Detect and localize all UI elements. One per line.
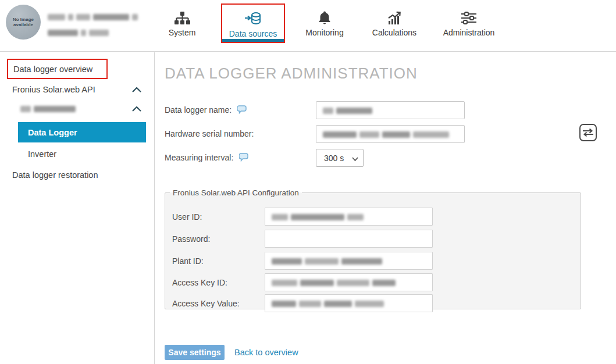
sidebar-item-data-logger[interactable]: Data Logger bbox=[18, 122, 146, 142]
plant-id-label: Plant ID: bbox=[172, 256, 204, 266]
sidebar-item-data-logger-overview[interactable]: Data logger overview bbox=[13, 65, 92, 74]
access-key-id-label: Access Key ID: bbox=[172, 278, 227, 287]
sidebar-item-solarweb-api[interactable]: Fronius Solar.web API bbox=[12, 84, 141, 95]
tooltip-bubble-icon[interactable] bbox=[239, 153, 248, 163]
tab-calculations[interactable]: Calculations bbox=[364, 3, 425, 43]
access-key-id-input[interactable] bbox=[265, 273, 433, 291]
plant-id-input[interactable] bbox=[265, 252, 433, 270]
tab-data-sources[interactable]: Data sources bbox=[221, 3, 285, 43]
tab-label-system: System bbox=[169, 28, 196, 37]
data-logger-name-input[interactable] bbox=[316, 101, 465, 119]
tab-administration[interactable]: Administration bbox=[436, 3, 501, 43]
sidebar-item-device-redacted[interactable] bbox=[20, 104, 141, 114]
api-config-fieldset: Fronius Solar.web API Configuration User… bbox=[165, 188, 581, 309]
redacted-value bbox=[323, 105, 375, 116]
back-to-overview-link[interactable]: Back to overview bbox=[234, 348, 298, 357]
tooltip-bubble-icon[interactable] bbox=[237, 105, 247, 116]
redacted-value bbox=[272, 212, 366, 222]
redacted-value bbox=[272, 277, 398, 288]
password-input[interactable] bbox=[265, 230, 433, 248]
tab-label-administration: Administration bbox=[443, 28, 495, 37]
sitemap-icon bbox=[174, 9, 190, 27]
data-logger-name-label: Data logger name: bbox=[165, 105, 247, 116]
bell-icon bbox=[318, 9, 332, 27]
measuring-interval-value: 300 s bbox=[324, 154, 344, 163]
access-key-value-input[interactable] bbox=[265, 294, 433, 312]
hardware-serial-input[interactable] bbox=[316, 125, 465, 143]
sidebar-item-data-logger-restoration[interactable]: Data logger restoration bbox=[12, 170, 98, 180]
api-config-legend: Fronius Solar.web API Configuration bbox=[170, 188, 302, 197]
user-id-input[interactable] bbox=[265, 208, 433, 226]
account-name-redacted bbox=[48, 12, 141, 43]
tab-label-data-sources: Data sources bbox=[229, 29, 277, 38]
redacted-device-name bbox=[20, 104, 79, 114]
main-nav: System Data sources bbox=[157, 3, 501, 43]
swap-transfer-button[interactable] bbox=[579, 124, 597, 141]
avatar: No Image available bbox=[6, 5, 41, 40]
account-line-2 bbox=[48, 27, 141, 38]
save-settings-button[interactable]: Save settings bbox=[165, 345, 225, 360]
tab-label-monitoring: Monitoring bbox=[305, 28, 343, 37]
user-id-label: User ID: bbox=[172, 212, 202, 222]
chevron-down-icon bbox=[352, 154, 358, 163]
swap-arrows-icon bbox=[582, 127, 594, 138]
password-label: Password: bbox=[172, 234, 210, 244]
sidebar-item-inverter[interactable]: Inverter bbox=[28, 149, 56, 159]
redacted-value bbox=[272, 256, 385, 266]
sidebar: Data logger overview Fronius Solar.web A… bbox=[0, 52, 155, 364]
page-title: DATA LOGGER ADMINISTRATION bbox=[165, 65, 418, 83]
sliders-icon bbox=[461, 9, 477, 27]
measuring-interval-label: Measuring interval: bbox=[165, 153, 248, 163]
tab-system[interactable]: System bbox=[157, 3, 207, 43]
main-content: DATA LOGGER ADMINISTRATION Data logger n… bbox=[155, 52, 616, 364]
top-bar: No Image available System bbox=[0, 0, 616, 52]
redacted-value bbox=[323, 129, 452, 140]
chevron-up-icon[interactable] bbox=[132, 84, 141, 95]
chart-growth-icon bbox=[386, 9, 403, 27]
sidebar-item-data-logger-label: Data Logger bbox=[28, 128, 77, 137]
annotation-box-overview: Data logger overview bbox=[7, 59, 108, 79]
sidebar-item-solarweb-api-label: Fronius Solar.web API bbox=[12, 85, 95, 94]
measuring-interval-select[interactable]: 300 s bbox=[316, 149, 364, 167]
access-key-value-label: Access Key Value: bbox=[172, 299, 240, 308]
chevron-up-icon[interactable] bbox=[132, 104, 141, 114]
avatar-label: No Image available bbox=[10, 17, 36, 27]
database-arrow-icon bbox=[244, 10, 262, 28]
hardware-serial-label: Hardware serial number: bbox=[165, 129, 254, 138]
tab-label-calculations: Calculations bbox=[372, 28, 416, 37]
account-line-1 bbox=[48, 12, 141, 22]
redacted-value bbox=[272, 298, 387, 309]
tab-monitoring[interactable]: Monitoring bbox=[297, 3, 352, 43]
